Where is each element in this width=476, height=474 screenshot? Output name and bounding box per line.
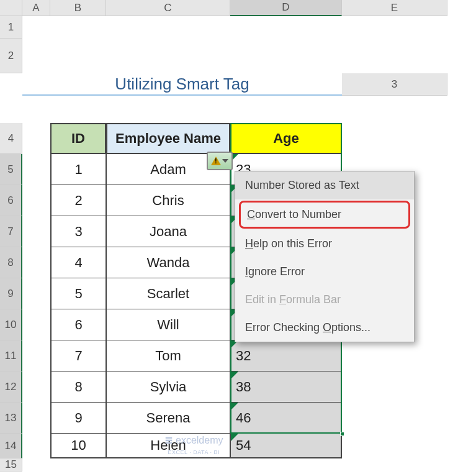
cell[interactable] [22, 123, 50, 154]
row-header-4[interactable]: 4 [0, 123, 22, 154]
cell-id[interactable]: 7 [50, 340, 106, 371]
cell[interactable] [22, 278, 50, 309]
cell-id[interactable]: 10 [50, 434, 106, 458]
row-header-12[interactable]: 12 [0, 371, 22, 403]
cell[interactable] [342, 371, 447, 403]
cell-id[interactable]: 4 [50, 247, 106, 278]
header-id[interactable]: ID [50, 123, 106, 154]
col-header-e[interactable]: E [342, 0, 447, 16]
row-header-6[interactable]: 6 [0, 185, 22, 216]
cell[interactable] [342, 403, 447, 434]
cell[interactable] [342, 123, 447, 154]
row-header-1[interactable]: 1 [0, 16, 22, 39]
smart-tag-button[interactable] [207, 152, 233, 170]
row-header-7[interactable]: 7 [0, 216, 22, 247]
selection-fill-handle[interactable] [340, 432, 344, 436]
row-header-15[interactable]: 15 [0, 458, 22, 472]
cell-age[interactable]: 54 [230, 434, 342, 458]
cell-name[interactable]: Will [106, 309, 230, 340]
row-header-13[interactable]: 13 [0, 403, 22, 434]
row-header-10[interactable]: 10 [0, 309, 22, 340]
cell[interactable] [22, 403, 50, 434]
cell[interactable] [22, 185, 50, 216]
chevron-down-icon [222, 159, 228, 163]
row-header-11[interactable]: 11 [0, 340, 22, 371]
col-header-c[interactable]: C [106, 0, 230, 16]
cell[interactable] [22, 96, 447, 123]
cell-name[interactable]: Joana [106, 216, 230, 247]
title-cell[interactable]: Utilizing Smart Tag [22, 73, 342, 96]
cell-name[interactable]: Scarlet [106, 278, 230, 309]
smart-tag-menu: Number Stored as Text Convert to Number … [235, 171, 415, 342]
cell[interactable] [22, 39, 50, 73]
cell-name[interactable]: Tom [106, 340, 230, 371]
row-header-9[interactable]: 9 [0, 278, 22, 309]
menu-help-on-error[interactable]: Help on this Error [235, 230, 414, 258]
cell-id[interactable]: 9 [50, 403, 106, 434]
header-name[interactable]: Employee Name [106, 123, 230, 154]
cell-id[interactable]: 3 [50, 216, 106, 247]
cell[interactable] [22, 247, 50, 278]
error-indicator-icon [231, 371, 238, 379]
cell[interactable] [22, 371, 50, 403]
col-header-a[interactable]: A [22, 0, 50, 16]
menu-ignore-error[interactable]: Ignore Error [235, 258, 414, 286]
cell-name[interactable]: Serena [106, 403, 230, 434]
cell[interactable] [342, 340, 447, 371]
cell[interactable] [22, 458, 447, 472]
cell-name[interactable]: Sylvia [106, 371, 230, 403]
col-header-d[interactable]: D [230, 0, 342, 16]
warning-icon [211, 157, 221, 165]
cell[interactable] [22, 154, 50, 185]
cell-age[interactable]: 46 [230, 403, 342, 434]
cell-age[interactable]: 32 [230, 340, 342, 371]
menu-convert-to-number[interactable]: Convert to Number [239, 201, 410, 229]
cell-id[interactable]: 6 [50, 309, 106, 340]
logo-icon [164, 436, 173, 445]
menu-error-checking-options[interactable]: Error Checking Options... [235, 314, 414, 342]
watermark: exceldemy EXCEL · DATA · BI [164, 435, 223, 455]
row-header-5[interactable]: 5 [0, 154, 22, 185]
row-header-8[interactable]: 8 [0, 247, 22, 278]
menu-title: Number Stored as Text [235, 171, 414, 199]
cell[interactable] [22, 309, 50, 340]
row-header-2[interactable]: 2 [0, 39, 22, 73]
cell[interactable] [22, 16, 447, 39]
cell[interactable] [342, 434, 447, 458]
cell[interactable] [22, 340, 50, 371]
error-indicator-icon [231, 434, 238, 441]
cell-id[interactable]: 8 [50, 371, 106, 403]
cell-id[interactable]: 2 [50, 185, 106, 216]
error-indicator-icon [231, 403, 238, 410]
header-age[interactable]: Age [230, 123, 342, 154]
cell[interactable] [22, 216, 50, 247]
row-header-14[interactable]: 14 [0, 434, 22, 458]
col-header-b[interactable]: B [50, 0, 106, 16]
cell-name[interactable]: Chris [106, 185, 230, 216]
cell[interactable] [22, 434, 50, 458]
cell-age[interactable]: 38 [230, 371, 342, 403]
row-header-3[interactable]: 3 [342, 73, 447, 96]
cell-name[interactable]: Wanda [106, 247, 230, 278]
select-all-corner[interactable] [0, 0, 22, 16]
menu-edit-formula-bar: Edit in Formula Bar [235, 286, 414, 314]
cell-id[interactable]: 1 [50, 154, 106, 185]
cell-id[interactable]: 5 [50, 278, 106, 309]
